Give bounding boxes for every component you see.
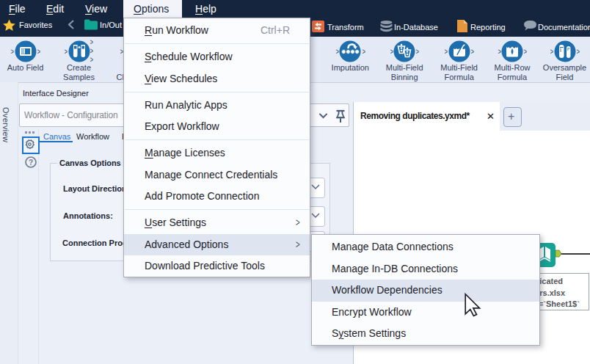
svg-text:?: ?	[28, 158, 32, 166]
